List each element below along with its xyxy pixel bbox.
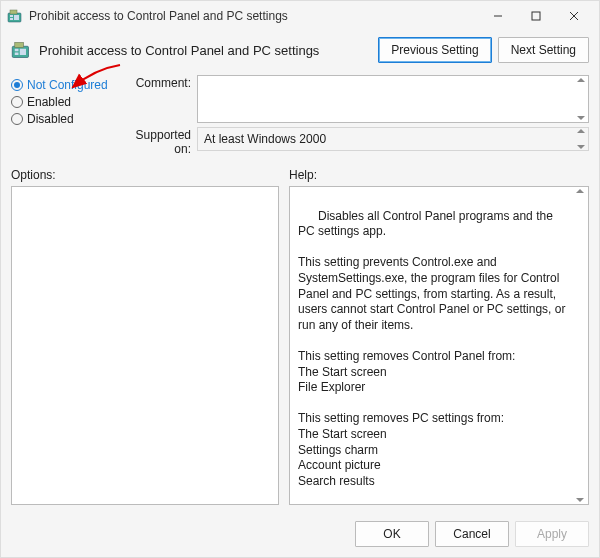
svg-rect-10 bbox=[15, 49, 19, 52]
gpo-editor-window: Prohibit access to Control Panel and PC … bbox=[0, 0, 600, 558]
scroll-down-icon bbox=[577, 116, 585, 120]
next-setting-button[interactable]: Next Setting bbox=[498, 37, 589, 63]
main-panels: Disables all Control Panel programs and … bbox=[1, 186, 599, 513]
scroll-up-icon bbox=[577, 129, 585, 133]
supported-on-field: At least Windows 2000 bbox=[197, 127, 589, 151]
scroll-up-icon bbox=[576, 189, 584, 193]
radio-label: Enabled bbox=[27, 95, 71, 109]
help-panel[interactable]: Disables all Control Panel programs and … bbox=[289, 186, 589, 505]
apply-button[interactable]: Apply bbox=[515, 521, 589, 547]
radio-label: Not Configured bbox=[27, 78, 108, 92]
help-text: Disables all Control Panel programs and … bbox=[298, 209, 569, 505]
scroll-down-icon bbox=[576, 498, 584, 502]
supported-on-value: At least Windows 2000 bbox=[204, 132, 326, 146]
scrollbar[interactable] bbox=[576, 78, 586, 120]
previous-setting-button[interactable]: Previous Setting bbox=[378, 37, 491, 63]
radio-icon bbox=[11, 113, 23, 125]
window-title: Prohibit access to Control Panel and PC … bbox=[29, 9, 479, 23]
scrollbar[interactable] bbox=[576, 129, 586, 149]
maximize-button[interactable] bbox=[517, 2, 555, 30]
supported-on-label: Supported on: bbox=[116, 127, 191, 156]
header: Prohibit access to Control Panel and PC … bbox=[1, 31, 599, 71]
comment-field[interactable] bbox=[197, 75, 589, 123]
radio-label: Disabled bbox=[27, 112, 74, 126]
svg-rect-12 bbox=[20, 49, 26, 55]
close-button[interactable] bbox=[555, 2, 593, 30]
scroll-up-icon bbox=[577, 78, 585, 82]
svg-rect-6 bbox=[532, 12, 540, 20]
policy-title: Prohibit access to Control Panel and PC … bbox=[39, 43, 378, 58]
ok-button[interactable]: OK bbox=[355, 521, 429, 547]
radio-disabled[interactable]: Disabled bbox=[11, 112, 116, 126]
svg-rect-2 bbox=[10, 18, 13, 20]
radio-icon bbox=[11, 96, 23, 108]
window-controls bbox=[479, 2, 593, 30]
radio-icon bbox=[11, 79, 23, 91]
scroll-down-icon bbox=[577, 145, 585, 149]
dialog-footer: OK Cancel Apply bbox=[1, 513, 599, 557]
svg-rect-3 bbox=[14, 15, 19, 20]
svg-rect-11 bbox=[15, 53, 19, 56]
minimize-button[interactable] bbox=[479, 2, 517, 30]
svg-rect-1 bbox=[10, 15, 13, 17]
svg-rect-13 bbox=[15, 43, 24, 48]
radio-group: Not Configured Enabled Disabled bbox=[11, 75, 116, 156]
policy-icon bbox=[7, 8, 23, 24]
svg-rect-4 bbox=[10, 10, 17, 14]
options-panel bbox=[11, 186, 279, 505]
scrollbar[interactable] bbox=[574, 189, 586, 502]
options-label: Options: bbox=[11, 168, 289, 182]
policy-icon bbox=[11, 40, 31, 60]
help-label: Help: bbox=[289, 168, 589, 182]
configuration-area: Not Configured Enabled Disabled Comment: bbox=[1, 71, 599, 164]
panel-labels: Options: Help: bbox=[1, 164, 599, 186]
radio-not-configured[interactable]: Not Configured bbox=[11, 78, 116, 92]
comment-label: Comment: bbox=[116, 75, 191, 90]
radio-enabled[interactable]: Enabled bbox=[11, 95, 116, 109]
cancel-button[interactable]: Cancel bbox=[435, 521, 509, 547]
titlebar: Prohibit access to Control Panel and PC … bbox=[1, 1, 599, 31]
